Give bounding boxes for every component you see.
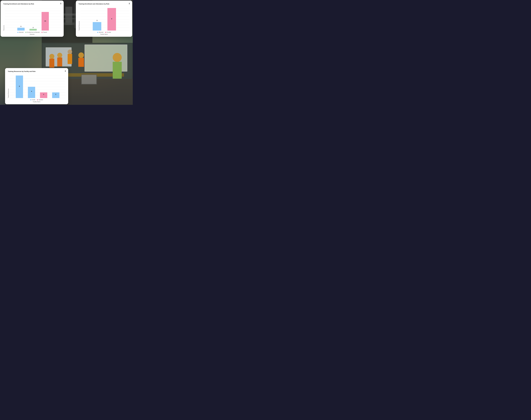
svg-rect-28 xyxy=(113,62,122,79)
card1-legend: Attended Enrolled but not Attended Passe… xyxy=(3,32,61,33)
card3-legend: Invalid Operator xyxy=(8,99,65,100)
card3-y-axis-label: Trained Resources xyxy=(8,89,9,98)
svg-text:3: 3 xyxy=(33,27,33,28)
card-enrollment-by-role-right: Training Enrollment and Attendance by Ro… xyxy=(76,0,132,37)
card2-download-button[interactable]: ⬇ xyxy=(129,2,130,5)
card3-x-label: Facility Name xyxy=(8,101,65,103)
card3-title: Training Resources by Facility and Role xyxy=(8,71,35,72)
card1-x-label: Operator xyxy=(3,34,61,35)
svg-text:4: 4 xyxy=(31,90,32,92)
svg-rect-73 xyxy=(93,22,101,30)
card-enrollment-by-role-left: Training Enrollment and Attendance by Ro… xyxy=(0,0,64,37)
legend3-invalid: Invalid xyxy=(30,99,35,100)
svg-point-27 xyxy=(113,53,122,62)
svg-point-21 xyxy=(57,53,62,58)
svg-text:3: 3 xyxy=(97,20,98,21)
card2-legend: Attended Enrolled xyxy=(79,32,130,33)
legend3-operator: Operator xyxy=(37,99,43,100)
svg-rect-5 xyxy=(65,7,72,25)
card1-download-button[interactable]: ⬇ xyxy=(60,2,62,5)
svg-rect-51 xyxy=(30,29,37,30)
legend-attended: Attended xyxy=(17,32,24,33)
card2-title: Training Enrollment and Attendance by Ro… xyxy=(79,3,109,5)
svg-rect-99 xyxy=(40,92,47,98)
legend2-attended: Attended xyxy=(97,32,103,33)
svg-text:33: 33 xyxy=(44,20,46,22)
card3-download-button[interactable]: ⬇ xyxy=(64,70,66,72)
card-resources-by-facility: Training Resources by Facility and Role … xyxy=(5,68,68,104)
svg-point-23 xyxy=(68,50,72,54)
card2-y-axis-label: Trained Resources xyxy=(79,21,80,30)
svg-rect-49 xyxy=(17,28,25,30)
svg-text:2: 2 xyxy=(43,93,44,95)
svg-point-19 xyxy=(49,54,54,59)
svg-rect-101 xyxy=(52,92,59,98)
legend2-enrolled: Enrolled xyxy=(105,32,111,33)
svg-rect-22 xyxy=(57,58,62,66)
svg-rect-26 xyxy=(78,58,84,67)
legend-passed: Passed xyxy=(42,32,47,33)
card2-x-label: Facility Name xyxy=(79,34,130,35)
card1-title: Training Enrollment and Attendance by Ro… xyxy=(3,3,34,5)
svg-rect-24 xyxy=(68,54,72,64)
svg-rect-30 xyxy=(82,75,96,84)
card1-y-axis-label: Resources xyxy=(3,25,4,30)
svg-text:2: 2 xyxy=(55,93,56,95)
legend-enrolled-not-attended: Enrolled but not Attended xyxy=(25,32,40,33)
svg-text:8: 8 xyxy=(111,18,112,20)
svg-text:5: 5 xyxy=(20,26,21,27)
svg-rect-97 xyxy=(28,87,35,98)
svg-point-25 xyxy=(78,52,84,58)
svg-rect-20 xyxy=(49,59,54,68)
svg-text:8: 8 xyxy=(19,85,20,87)
